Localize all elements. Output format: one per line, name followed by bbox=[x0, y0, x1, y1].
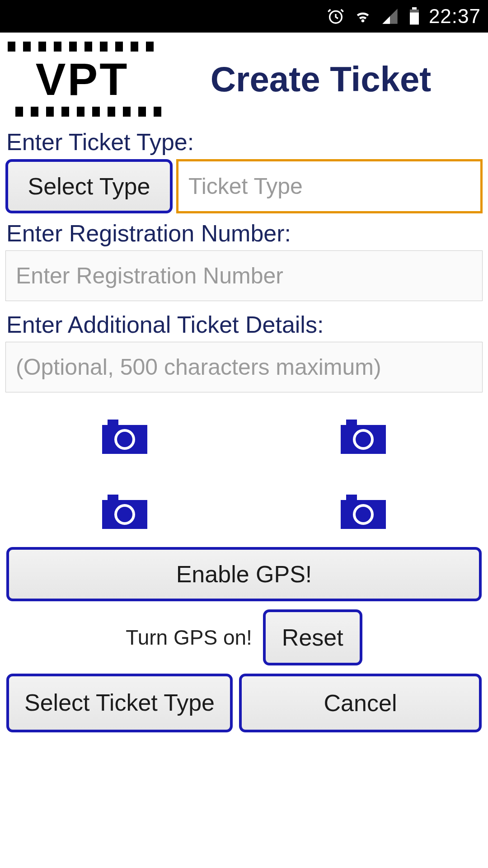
checker-pattern-top bbox=[8, 42, 161, 52]
status-bar: 22:37 bbox=[0, 0, 488, 33]
header: VPT Create Ticket bbox=[5, 33, 483, 126]
alarm-icon bbox=[327, 7, 345, 25]
ticket-type-input[interactable] bbox=[176, 159, 483, 213]
select-ticket-type-button[interactable]: Select Ticket Type bbox=[6, 674, 233, 732]
camera-icon[interactable] bbox=[341, 495, 386, 529]
registration-input[interactable] bbox=[5, 250, 483, 301]
svg-rect-1 bbox=[412, 7, 417, 9]
camera-icon[interactable] bbox=[341, 420, 386, 454]
details-input[interactable] bbox=[5, 342, 483, 392]
svg-rect-4 bbox=[108, 420, 118, 426]
checker-pattern-bottom bbox=[8, 107, 161, 117]
camera-grid bbox=[5, 406, 483, 547]
select-type-button[interactable]: Select Type bbox=[5, 159, 173, 213]
ticket-type-label: Enter Ticket Type: bbox=[5, 128, 483, 156]
camera-icon[interactable] bbox=[102, 495, 147, 529]
status-icons bbox=[327, 7, 421, 25]
registration-label: Enter Registration Number: bbox=[5, 220, 483, 247]
app-logo: VPT bbox=[5, 42, 159, 117]
svg-rect-7 bbox=[346, 420, 357, 426]
svg-rect-13 bbox=[346, 495, 357, 501]
details-label: Enter Additional Ticket Details: bbox=[5, 311, 483, 338]
wifi-icon bbox=[354, 7, 372, 25]
enable-gps-button[interactable]: Enable GPS! bbox=[6, 547, 482, 601]
cancel-button[interactable]: Cancel bbox=[239, 674, 482, 732]
battery-icon bbox=[408, 7, 421, 25]
svg-rect-10 bbox=[108, 495, 118, 501]
camera-icon[interactable] bbox=[102, 420, 147, 454]
svg-rect-3 bbox=[410, 13, 419, 25]
page-title: Create Ticket bbox=[159, 59, 483, 100]
status-time: 22:37 bbox=[429, 5, 481, 28]
reset-button[interactable]: Reset bbox=[263, 609, 362, 665]
logo-text: VPT bbox=[8, 52, 157, 107]
signal-icon bbox=[381, 7, 399, 25]
gps-status-text: Turn GPS on! bbox=[126, 625, 252, 650]
